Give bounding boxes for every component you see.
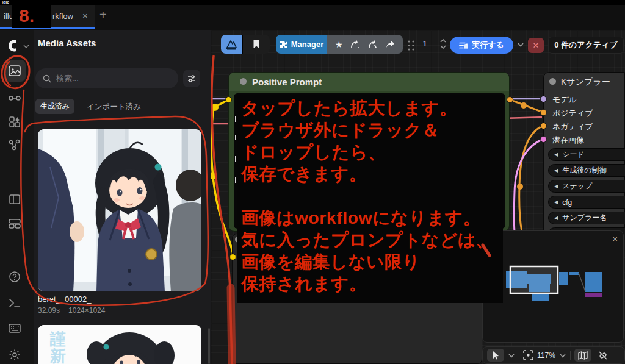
tab-generated[interactable]: 生成済み: [35, 99, 74, 114]
run-options-chevron[interactable]: [516, 40, 525, 49]
sidebar-item-media-assets[interactable]: [4, 60, 26, 82]
run-button[interactable]: 実行する: [450, 37, 513, 54]
batch-count-steppers[interactable]: [439, 37, 447, 51]
queue-run-icon: [459, 41, 468, 49]
star-icon[interactable]: ★: [335, 40, 343, 49]
layouts-icon: [8, 218, 21, 229]
tab-imported[interactable]: インポート済み: [87, 102, 141, 112]
step-number-annotation: 8.: [12, 5, 51, 28]
graph-icon: [9, 139, 21, 151]
fetch-icon[interactable]: [368, 40, 378, 49]
sidebar-item-node-blocks[interactable]: [6, 113, 23, 130]
comfy-logo-button[interactable]: [221, 35, 242, 54]
asset-name: beret__00002_: [38, 294, 91, 304]
zoom-level[interactable]: 117%: [537, 351, 555, 360]
step-number-label: 8.: [19, 5, 34, 26]
left-arrow-icon[interactable]: ◀: [554, 152, 558, 157]
minimap-close-button[interactable]: ×: [612, 234, 618, 244]
manager-button[interactable]: Manager: [276, 35, 327, 54]
note-line: 画像はworkflowになります。: [241, 207, 503, 229]
left-arrow-icon[interactable]: ◀: [554, 199, 558, 205]
widget-control-after-generate[interactable]: ◀生成後の制御: [548, 164, 625, 177]
link-visibility-button[interactable]: [595, 349, 611, 362]
new-tab-button[interactable]: +: [99, 8, 107, 22]
zoom-chevron[interactable]: [559, 352, 566, 359]
sidebar-item-help[interactable]: [6, 268, 23, 285]
cancel-button[interactable]: ✕: [528, 38, 544, 53]
output-port[interactable]: [507, 96, 513, 103]
input-port[interactable]: [225, 96, 232, 103]
note-line: [241, 185, 503, 207]
asset-thumbnail-1[interactable]: [38, 129, 201, 291]
annotation-note-overlay: タップしたら拡大します。 ブラウザ外にドラック＆ ドロップしたら、 保存できます…: [237, 95, 503, 303]
widget-cfg[interactable]: ◀cfg: [548, 196, 625, 209]
note-line: タップしたら拡大します。: [241, 97, 503, 119]
generated-image: [38, 129, 201, 291]
panel-icon: [9, 194, 21, 205]
left-arrow-icon[interactable]: ◀: [554, 215, 558, 221]
note-line: ドロップしたら、: [241, 141, 503, 163]
sidebar-item-keyboard-shortcuts[interactable]: [6, 319, 23, 337]
active-jobs-badge[interactable]: 0 件のアクティブ: [548, 37, 624, 54]
keyboard-icon: [9, 324, 21, 333]
port-label: ポジティブ: [552, 108, 593, 119]
sidebar-item-layout-templates[interactable]: [6, 215, 23, 232]
app-window: Positive Prompt Kサンプラー モデル ポジティブ ネガティブ 潜…: [0, 0, 625, 364]
share-arrow-icon[interactable]: [386, 40, 395, 48]
search-input[interactable]: [56, 74, 160, 83]
left-arrow-icon[interactable]: ◀: [554, 168, 558, 173]
sidebar-item-node-connections[interactable]: [6, 90, 23, 107]
tool-options-chevron[interactable]: [508, 352, 515, 359]
asset-thumbnail-2[interactable]: 謹 新: [38, 325, 201, 364]
tab-close-button[interactable]: ×: [82, 10, 88, 21]
widget-seed[interactable]: ◀シード: [548, 148, 625, 161]
status-strip: Idle: [0, 0, 625, 5]
terminal-icon: [9, 298, 21, 308]
comfy-mountain-icon: [225, 39, 237, 50]
left-arrow-icon[interactable]: ◀: [554, 184, 558, 189]
minimap-toggle-button[interactable]: [574, 349, 591, 362]
input-port-negative[interactable]: [540, 123, 547, 129]
fit-view-icon[interactable]: [523, 350, 533, 360]
filter-button[interactable]: [183, 70, 200, 87]
chevron-down-icon: [23, 43, 29, 49]
node-collapse-dot[interactable]: [549, 78, 556, 85]
port-label: ネガティブ: [552, 121, 593, 132]
divider: [519, 351, 519, 360]
map-icon: [578, 351, 588, 360]
widget-steps[interactable]: ◀ステップ: [548, 180, 625, 193]
node-collapse-dot[interactable]: [240, 78, 247, 85]
search-icon: [43, 74, 51, 83]
sidebar-item-panel-view[interactable]: [6, 191, 23, 208]
divider: [570, 351, 571, 360]
panel-scrollbar[interactable]: [208, 328, 210, 364]
bookmark-button[interactable]: [242, 35, 270, 54]
drag-handle[interactable]: [407, 40, 415, 51]
select-tool-button[interactable]: [487, 349, 504, 362]
update-icon[interactable]: [350, 40, 360, 49]
ksampler-node[interactable]: Kサンプラー モデル ポジティブ ネガティブ 潜在画像 ◀シード ◀生成後の制御…: [543, 72, 625, 232]
comfyui-logo-menu[interactable]: [5, 37, 22, 54]
sidebar-item-settings[interactable]: [6, 346, 23, 363]
sidebar-item-workflow-graph[interactable]: [6, 137, 23, 154]
input-port-latent[interactable]: [540, 136, 547, 143]
search-box[interactable]: [35, 68, 178, 88]
image-icon: [8, 64, 21, 77]
input-port-positive[interactable]: [540, 109, 547, 116]
minimap-content[interactable]: [483, 248, 623, 340]
input-port-model[interactable]: [540, 96, 547, 102]
sidebar-item-terminal[interactable]: [6, 294, 23, 312]
filter-sliders-icon: [187, 74, 196, 83]
manager-toolbar-group: Manager ★: [276, 35, 403, 54]
asset-resolution: 1024×1024: [68, 306, 105, 315]
batch-count-input[interactable]: 1: [419, 39, 431, 48]
minimap-viewport[interactable]: [510, 266, 558, 293]
panel-title: Media Assets: [38, 38, 96, 48]
node-header[interactable]: Positive Prompt: [229, 73, 509, 91]
input-port[interactable]: [229, 254, 236, 260]
widget-sampler-name[interactable]: ◀サンプラー名: [548, 212, 625, 224]
note-line: 保存できます。: [241, 163, 503, 185]
note-line: 気に入ったプロンプトなどは、: [241, 229, 503, 251]
minimap-panel[interactable]: ×: [482, 230, 624, 343]
blocks-icon: [9, 116, 21, 128]
